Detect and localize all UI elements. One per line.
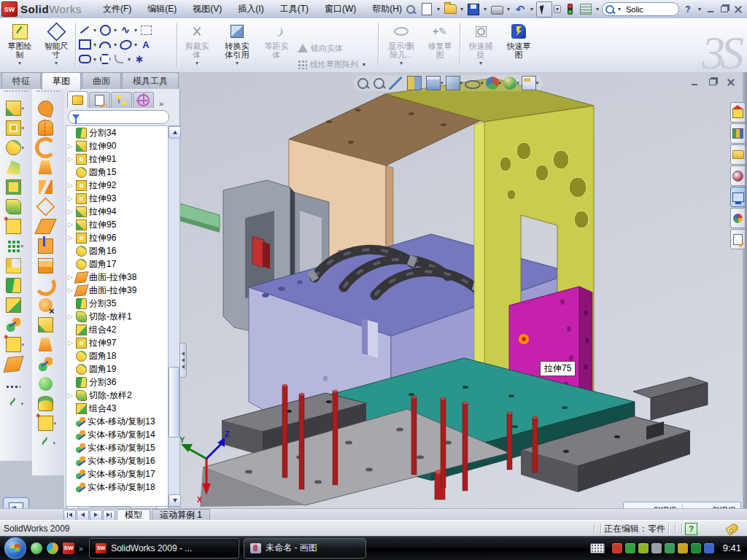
spline-dropdown[interactable]: ▾ xyxy=(133,27,139,34)
search-input[interactable] xyxy=(624,4,671,15)
headsup-tool[interactable]: ▾ xyxy=(522,76,539,90)
pin-icon[interactable] xyxy=(403,2,418,17)
surface-tool-button[interactable]: ▾ xyxy=(32,177,64,197)
feature-tree-item[interactable]: ▷ 分割36 xyxy=(66,376,169,389)
circle-dropdown[interactable]: ▾ xyxy=(112,27,118,34)
expand-arrow-icon[interactable]: ▷ xyxy=(68,234,74,241)
help-dropdown[interactable]: ▾ xyxy=(697,6,703,12)
feature-tree-item[interactable]: ▷ 实体-移动/复制18 xyxy=(66,481,169,494)
rectangle-tool-icon[interactable] xyxy=(78,39,91,50)
tray-icon[interactable] xyxy=(651,543,662,553)
feature-tree-item[interactable]: ▷ 切除-放样1 xyxy=(66,310,169,323)
feature-tool-button[interactable]: ▾ xyxy=(0,315,32,335)
ribbon-tab[interactable]: 草图 xyxy=(42,72,81,90)
taskbar-clock[interactable]: 9:41 xyxy=(723,542,741,553)
options-dropdown[interactable]: ▾ xyxy=(595,6,600,12)
panel-chevron[interactable]: » xyxy=(159,99,163,108)
expand-arrow-icon[interactable]: ▷ xyxy=(68,221,74,228)
configurationmanager-tab[interactable] xyxy=(111,92,132,108)
surface-tool-button[interactable]: ▾ xyxy=(32,295,64,315)
tray-icon[interactable] xyxy=(665,543,675,553)
sketch-text-icon[interactable]: A xyxy=(139,39,152,50)
surface-tool-button[interactable]: ▾ xyxy=(32,158,64,177)
open-dropdown[interactable]: ▾ xyxy=(459,6,465,12)
tool-dropdown[interactable]: ▾ xyxy=(22,125,27,131)
feature-tool-button[interactable]: ▾ xyxy=(0,98,32,118)
repair-sketch-button[interactable]: +✎ 修复草 图 xyxy=(423,20,457,69)
feature-tool-button[interactable]: ▾ xyxy=(0,295,32,315)
tray-icon[interactable] xyxy=(625,543,635,553)
feature-tree-item[interactable]: ▷ 分割34 xyxy=(66,126,169,139)
surface-tool-button[interactable]: ▾ xyxy=(32,236,64,256)
display-delete-relations-button[interactable]: 显示/删 除几...▾ xyxy=(382,20,420,69)
feature-tree-item[interactable]: ▷ 实体-移动/复制16 xyxy=(66,454,169,467)
doc-minimize-button[interactable] xyxy=(688,77,700,88)
motion-study-tab[interactable]: 运动算例 1 xyxy=(152,509,210,521)
menu-item[interactable]: 文件(F) xyxy=(95,0,139,18)
expand-arrow-icon[interactable]: ▷ xyxy=(68,182,74,189)
mirror-entities-button[interactable]: 镜向实体 xyxy=(298,40,367,56)
headsup-tool[interactable]: ▾ xyxy=(374,78,387,89)
headsup-dropdown[interactable]: ▾ xyxy=(460,80,463,86)
feature-tree-item[interactable]: ▷ 拉伸92 xyxy=(66,179,169,192)
spline-tool-icon[interactable]: ∿ xyxy=(119,24,132,36)
panel-splitter-handle[interactable] xyxy=(179,343,187,378)
expand-arrow-icon[interactable]: ▷ xyxy=(68,273,74,281)
scroll-up-button[interactable] xyxy=(169,126,181,139)
feature-tool-button[interactable]: ▾ xyxy=(0,177,32,197)
custom-properties-tab[interactable] xyxy=(730,229,746,249)
quicklaunch-app-icon[interactable] xyxy=(47,542,58,554)
quicklaunch-solidworks-icon[interactable]: SW xyxy=(63,542,74,554)
slot-tool-icon[interactable] xyxy=(78,53,91,65)
trim-entities-button[interactable]: 剪裁实 体▾ xyxy=(180,20,214,69)
feature-tree-item[interactable]: ▷ 圆角19 xyxy=(66,362,169,376)
headsup-tool[interactable]: ▾ xyxy=(426,76,444,90)
feature-tool-button[interactable]: ▾ xyxy=(0,335,32,354)
search-scope-dropdown[interactable]: ▾ xyxy=(616,6,622,12)
feature-tree-item[interactable]: ▷ 组合43 xyxy=(66,402,169,415)
undo-dropdown[interactable]: ▾ xyxy=(529,6,535,12)
last-tab-button[interactable] xyxy=(103,510,115,521)
headsup-tool[interactable]: ▾ xyxy=(503,77,519,90)
feature-tree-item[interactable]: ▷ 拉伸95 xyxy=(66,218,169,231)
arc-dropdown[interactable]: ▾ xyxy=(112,42,118,48)
tray-icon[interactable] xyxy=(638,543,649,553)
save-button[interactable] xyxy=(466,2,481,17)
menu-item[interactable]: 窗口(W) xyxy=(317,0,364,18)
undo-button[interactable]: ↶ xyxy=(513,2,527,17)
tool-dropdown[interactable]: ▾ xyxy=(22,145,27,151)
sketch-fillet-icon[interactable] xyxy=(112,53,125,65)
feature-tree-item[interactable]: ▷ 曲面-拉伸39 xyxy=(66,284,169,297)
feature-tool-button[interactable]: ▾ xyxy=(0,256,32,276)
fillet-dropdown[interactable]: ▾ xyxy=(126,56,132,63)
line-dropdown[interactable]: ▾ xyxy=(92,27,98,34)
circle-tool-icon[interactable] xyxy=(98,24,112,36)
graphics-viewport[interactable]: ▾ ▾ ▾ ▾ ▾ ▾ ▾ xyxy=(179,72,743,508)
doc-restore-button[interactable] xyxy=(706,77,719,88)
taskbar-button-paint[interactable]: 未命名 - 画图 xyxy=(244,538,366,559)
headsup-dropdown[interactable]: ▾ xyxy=(441,80,444,86)
feature-tool-button[interactable]: ▾ xyxy=(0,394,32,413)
feature-tree-item[interactable]: ▷ 拉伸93 xyxy=(66,192,169,205)
feature-tree-item[interactable]: ▷ 分割35 xyxy=(66,297,169,310)
pattern-dropdown[interactable]: ▾ xyxy=(361,61,367,68)
surface-tool-button[interactable]: ▾ xyxy=(32,98,64,118)
dimxpertmanager-tab[interactable] xyxy=(133,92,154,108)
feature-tree-item[interactable]: ▷ 拉伸94 xyxy=(66,205,169,218)
tree-vertical-scrollbar[interactable] xyxy=(168,125,180,508)
start-button[interactable] xyxy=(4,537,26,559)
feature-tree-item[interactable]: ▷ 圆角16 xyxy=(66,244,169,257)
feature-tool-button[interactable]: ▾ xyxy=(0,118,32,138)
headsup-dropdown[interactable]: ▾ xyxy=(499,80,502,86)
new-dropdown[interactable]: ▾ xyxy=(436,6,441,12)
vertical-scroll-thumb[interactable] xyxy=(169,367,179,438)
headsup-dropdown[interactable]: ▾ xyxy=(516,80,519,86)
surface-tool-button[interactable]: ▾ xyxy=(32,197,64,217)
feature-tool-button[interactable]: ▾ xyxy=(0,354,32,374)
menu-item[interactable]: 工具(T) xyxy=(272,0,317,18)
expand-arrow-icon[interactable]: ▷ xyxy=(68,142,74,149)
search-tab[interactable] xyxy=(730,166,746,186)
menu-item[interactable]: 插入(I) xyxy=(230,0,271,18)
feature-tree-item[interactable]: ▷ 实体-移动/复制17 xyxy=(66,467,169,481)
featuremanager-tab[interactable] xyxy=(67,91,88,108)
